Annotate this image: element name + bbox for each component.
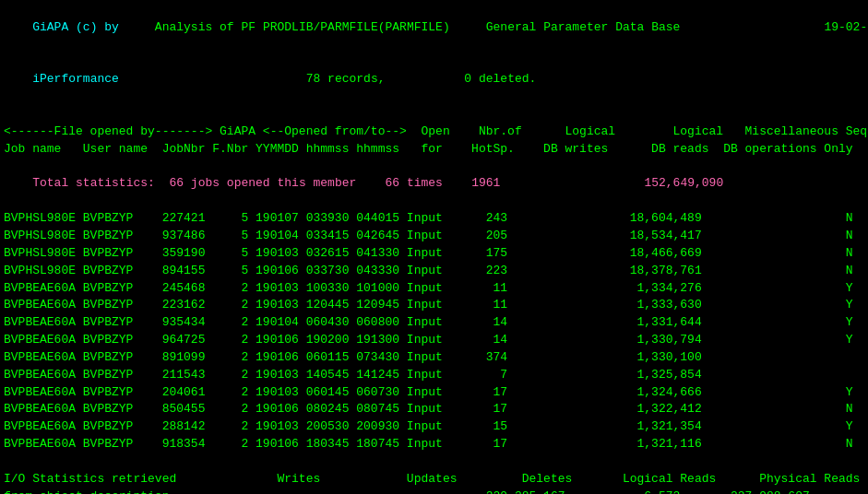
table-row: BVPBEAE60A BVPBZYP 288142 2 190103 20053… xyxy=(4,418,864,436)
table-row: BVPBEAE60A BVPBZYP 204061 2 190103 06014… xyxy=(4,384,864,402)
total-hotsp: 1961 xyxy=(471,176,500,190)
col-header2: Job name User name JobNbr F.Nbr YYMMDD h… xyxy=(4,141,864,159)
total-label: Total statistics: xyxy=(32,176,155,190)
main-screen: GiAPA (c) by Analysis of PF PRODLIB/PARM… xyxy=(0,0,868,494)
product-name: iPerformance xyxy=(32,72,119,86)
table-row: BVPBEAE60A BVPBZYP 245468 2 190103 10033… xyxy=(4,280,864,298)
analysis-title: Analysis of PF PRODLIB/PARMFILE(PARMFILE… xyxy=(155,20,450,34)
total-db-reads: 152,649,090 xyxy=(644,176,723,190)
app-title: GiAPA (c) by xyxy=(32,20,119,34)
table-row: BVPHSL980E BVPBZYP 937486 5 190104 03341… xyxy=(4,228,864,245)
table-row: BVPBEAE60A BVPBZYP 891099 2 190106 06011… xyxy=(4,349,864,367)
blank2 xyxy=(4,453,864,471)
table-row: BVPBEAE60A BVPBZYP 964725 2 190106 19020… xyxy=(4,332,864,349)
table-row: BVPHSL980E BVPBZYP 894155 5 190106 03373… xyxy=(4,263,864,280)
table-row: BVPBEAE60A BVPBZYP 223162 2 190103 12044… xyxy=(4,297,864,314)
blank1 xyxy=(4,106,864,124)
header-row1: GiAPA (c) by Analysis of PF PRODLIB/PARM… xyxy=(4,2,864,54)
total-detail: 66 jobs opened this member xyxy=(169,176,356,190)
total-times: 66 times xyxy=(386,176,443,190)
date: 19-02-09 xyxy=(824,20,868,34)
table-row: BVPHSL980E BVPBZYP 359190 5 190103 03261… xyxy=(4,245,864,263)
table-row: BVPBEAE60A BVPBZYP 935434 2 190104 06043… xyxy=(4,314,864,332)
io-stats-values: from object description 229,385,167 6,57… xyxy=(4,488,864,494)
deleted-count: 0 deleted. xyxy=(464,72,536,86)
table-row: BVPBEAE60A BVPBZYP 850455 2 190106 08024… xyxy=(4,401,864,418)
io-stats-header: I/O Statistics retrieved Writes Updates … xyxy=(4,471,864,488)
table-row: BVPBEAE60A BVPBZYP 211543 2 190103 14054… xyxy=(4,367,864,384)
records-count: 78 records, xyxy=(306,72,386,86)
header-row2: iPerformance 78 records, 0 deleted. 07:1… xyxy=(4,54,864,107)
table-row: BVPHSL980E BVPBZYP 227421 5 190107 03393… xyxy=(4,210,864,228)
total-row: Total statistics: 66 jobs opened this me… xyxy=(4,159,864,211)
col-header1: <------File opened by-------> GiAPA <--O… xyxy=(4,124,864,141)
db-title: General Parameter Data Base xyxy=(486,20,681,34)
table-row: BVPBEAE60A BVPBZYP 918354 2 190106 18034… xyxy=(4,436,864,453)
